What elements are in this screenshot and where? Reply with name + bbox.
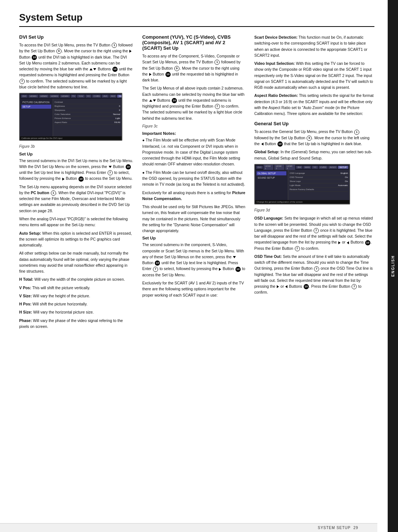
dvi-title: DVI Set Up	[19, 34, 133, 40]
tab-cvbs-3d: CVBS	[319, 166, 328, 169]
menu-global-setup: GLOBAL SETUP	[256, 171, 286, 175]
setup-para1: The second submenu in the DVI Set Up men…	[19, 158, 133, 182]
tv-screen-3b: DVI HDMI1 HDMI2 HDMI3 HDMI4 TV YUV YC CV…	[19, 93, 122, 141]
comp-setup-para2: Exclusively for the SCART (AV 1 and AV 2…	[142, 280, 245, 298]
general-para1: To access the General Set Up Menu, press…	[254, 129, 374, 147]
scart-detection-para: Scart Device Detection: This function mu…	[254, 34, 374, 58]
setting-color-sat: Color Saturation Normal	[55, 112, 120, 116]
tri-down-2	[109, 166, 112, 168]
tab-av1: AV1	[102, 95, 109, 98]
tab-hdmi2: HDMI2	[39, 95, 49, 98]
setup-subtitle: Set Up	[19, 152, 133, 156]
btn9: 9	[56, 49, 62, 54]
video-input-para: Video Input Selection: With this setting…	[254, 60, 374, 90]
note2: ● The Film Mode can be turned on/off dir…	[142, 169, 245, 188]
setup-para2: The Set-Up menu appearing depends on the…	[19, 184, 133, 214]
footer-text: SYSTEM SETUP 29	[318, 526, 358, 530]
general-setup-title: General Set Up	[254, 121, 374, 126]
tv-tab-bar-3b: DVI HDMI1 HDMI2 HDMI3 HDMI4 TV YUV YC CV…	[20, 94, 122, 99]
tab-dvi-3d: DVI	[256, 166, 263, 169]
tv-status-3d: Change the general configuration of the …	[255, 200, 349, 204]
general-global-para: Global Setup: In the (General) Setup men…	[254, 149, 374, 161]
comp-setup-para1: The second submenu in the component, S-V…	[142, 242, 245, 278]
comp-setup-title: Set Up	[142, 236, 245, 240]
footer-bar: SYSTEM SETUP 29	[0, 523, 377, 532]
setting-pic-enhance: Picture Enhance Light	[55, 116, 120, 120]
btn7c: 7	[215, 104, 220, 109]
tab-yc: YC	[85, 95, 91, 98]
tab-hdmi2-3d: HDMI 2	[274, 165, 284, 170]
tri-left-2	[347, 241, 349, 244]
menu-sound-setup: SOUND SETUP	[256, 176, 286, 180]
phase-para: Phase: Will vary the phase of the video …	[19, 318, 133, 330]
tab-hdmi3: HDMI3	[49, 95, 59, 98]
setting-light-mode: Light Mode Automatic	[290, 183, 348, 188]
tri-right-1	[129, 50, 132, 53]
note-manual-para: All other settings below can be made man…	[19, 250, 133, 274]
tab-man-3d: MAN	[303, 166, 311, 169]
tv-status-3b: Calibrate picture settings for the DVI i…	[20, 136, 122, 140]
tri-right-5	[338, 241, 341, 244]
setting-osd-timeout: OSD Timeout On	[290, 175, 348, 179]
btn10c: 10	[126, 164, 131, 169]
btn7g: 7	[314, 266, 319, 272]
v-size-para: V Size: Will vary the height of the pict…	[19, 293, 133, 299]
tv-tab-bar-3d: DVI HDMI 1 HDMI 2 HDMI 3 BW MAN YC CVBS …	[255, 165, 349, 170]
btn10f: 10	[172, 98, 177, 103]
tab-hdmi4: HDMI4	[60, 95, 70, 98]
figure-3d-label: Figure 3d	[254, 207, 374, 213]
btn10h: 10	[235, 267, 241, 272]
setting-sharpness: Sharpness 0	[55, 108, 120, 112]
tri-down-3	[153, 99, 156, 102]
tri-right-4	[219, 268, 221, 271]
btn7a: 7	[20, 79, 25, 84]
btn7h: 7	[352, 284, 357, 289]
tri-up-2	[149, 99, 152, 102]
footer-page-number: 29	[353, 526, 358, 530]
tab-setup-3d: SETUP	[338, 166, 348, 169]
tv-menu-left-3d: GLOBAL SETUP SOUND SETUP	[255, 170, 288, 204]
btn7f: 7	[295, 246, 300, 251]
tab-yuv: YUV	[77, 95, 84, 98]
tri-left-1	[261, 143, 263, 146]
tab-av2: AV2	[109, 95, 116, 98]
component-title: Component (YUV), YC (S-Video), CVBS (Com…	[142, 34, 245, 51]
page-title: System Setup	[19, 12, 374, 27]
tab-hdmi3-3d: HDMI 3	[285, 165, 295, 170]
tab-hdmi1-3d: HDMI 1	[263, 165, 273, 170]
main-content: System Setup DVI Set Up To access the DV…	[0, 0, 388, 532]
aspect-ratio-para: Aspect Ratio Detection: This setting sel…	[254, 92, 374, 116]
btn7b: 7	[108, 170, 113, 175]
setting-aspect: Aspect Ratio Fill All	[55, 120, 120, 125]
setting-show-logo: Show Logo On	[290, 179, 348, 183]
btn1: 1	[112, 43, 117, 48]
btn10k: 10	[304, 284, 309, 289]
auto-setup-para: Auto Setup: When this option is selected…	[19, 230, 133, 248]
btn10j: 10	[365, 240, 370, 245]
btn10b: 10	[112, 67, 118, 72]
menu-setup-active: SETUP	[21, 105, 51, 109]
btn10e: 10	[165, 72, 171, 77]
h-size-para: H Size: Will vary the horizontal picture…	[19, 309, 133, 315]
col-dvi: DVI Set Up To access the DVI Set Up Menu…	[19, 34, 133, 332]
tab-hdmi1: HDMI1	[28, 95, 38, 98]
btn9b: 9	[174, 66, 179, 71]
h-pos-para: H Pos: Will shift the picture horizontal…	[19, 301, 133, 307]
btn10g: 10	[155, 260, 160, 266]
btn1d: 1	[354, 130, 359, 135]
tri-down-1	[93, 68, 96, 70]
tab-dvi: DVI	[21, 95, 28, 98]
tab-av12-3d: AV1/2	[328, 166, 337, 169]
setting-contrast: Contrast	[55, 100, 120, 104]
tv-screen-3d: DVI HDMI 1 HDMI 2 HDMI 3 BW MAN YC CVBS …	[254, 164, 350, 204]
comp-para1: To access any of the Component, S-Video,…	[142, 53, 245, 83]
tab-tv: TV	[71, 95, 77, 98]
btn10d: 10	[78, 176, 84, 182]
important-notes-title: Important Notes:	[142, 131, 245, 136]
setting-osd-lang: OSD Language English	[290, 171, 348, 175]
tab-cvbs: CVBS	[92, 95, 101, 98]
col-component: Component (YUV), YC (S-Video), CVBS (Com…	[142, 34, 245, 332]
tri-right-3	[149, 73, 151, 76]
dvi-para1: To access the DVI Set Up Menu, press the…	[19, 42, 133, 90]
sidebar-right: ENGLISH	[388, 0, 398, 532]
